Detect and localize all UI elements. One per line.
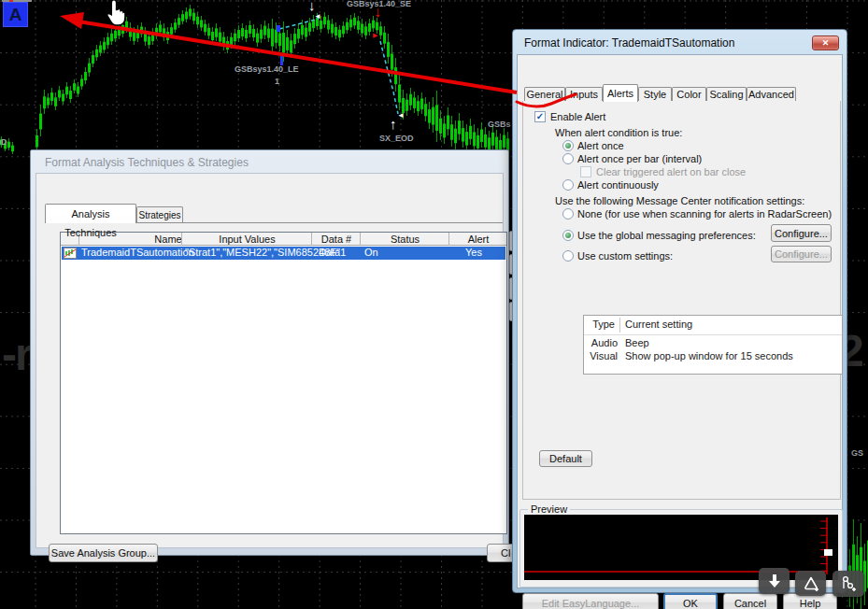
candle-body — [222, 37, 225, 47]
tab-general[interactable]: General — [524, 87, 565, 102]
app-logo[interactable]: A — [3, 2, 28, 27]
alert-once-label: Alert once — [577, 140, 624, 151]
candle-body — [110, 34, 113, 42]
global-messaging-label: Use the global messaging preferences: — [577, 230, 756, 241]
save-analysis-group-button[interactable]: Save Analysis Group... — [49, 544, 158, 562]
white-down-arrow-icon: ↓ — [308, 0, 316, 12]
candle-body — [65, 87, 68, 95]
candle-body — [260, 30, 263, 39]
enable-alert-checkbox[interactable]: ✓ — [534, 111, 546, 122]
candle-body — [148, 36, 150, 45]
candle-body — [245, 30, 248, 38]
alert-plus-icon — [803, 575, 819, 592]
candle-body — [107, 37, 109, 46]
tab-analysis-techniques[interactable]: Analysis Techniques — [45, 204, 136, 223]
close-icon[interactable]: ✕ — [812, 35, 839, 50]
white-up-arrow-icon: ↑ — [390, 117, 397, 131]
tab-color[interactable]: Color — [672, 87, 706, 102]
candle-body — [361, 24, 363, 34]
dialog-body: General Inputs Alerts Style Color Scalin… — [517, 54, 843, 588]
configure-global-button[interactable]: Configure... — [771, 224, 832, 242]
settings-visual-label: Visual — [590, 350, 618, 361]
candle-body — [454, 129, 457, 144]
candle-body — [144, 33, 147, 42]
candle-body — [47, 97, 50, 105]
candle-body — [334, 27, 337, 35]
candle-body — [226, 41, 229, 50]
default-button[interactable]: Default — [539, 450, 592, 467]
col-status: Status — [361, 234, 449, 245]
candle-body — [118, 28, 121, 36]
screen: -r 2 GSBsys1.40_SEGSBsys1.40_LE1SX_EODGS… — [0, 0, 868, 609]
check-icon: ✓ — [536, 111, 544, 121]
chart-label: 1 — [275, 77, 279, 86]
window-body: Analysis Techniques Strategies Name Inpu… — [36, 173, 504, 548]
candle-body — [435, 105, 438, 130]
app-logo-letter: A — [9, 5, 22, 24]
candle-body — [428, 109, 431, 122]
ok-button[interactable]: OK — [663, 593, 718, 609]
candle-body — [379, 26, 382, 35]
candle-body — [331, 24, 334, 34]
candle-body — [301, 25, 304, 35]
tab-scaling[interactable]: Scaling — [706, 87, 747, 102]
candle-body — [320, 21, 322, 29]
row-data-number: Data1 — [319, 247, 346, 258]
candle-body — [163, 28, 165, 37]
tab-advanced[interactable]: Advanced — [747, 87, 796, 102]
custom-settings-radio[interactable] — [562, 250, 574, 262]
none-label: None (for use when scanning for alerts i… — [577, 208, 832, 220]
candle-body — [200, 20, 203, 27]
configure-custom-button: Configure... — [771, 246, 832, 262]
candle-body — [43, 96, 46, 108]
alert-continuously-radio[interactable] — [562, 179, 574, 191]
candle-body — [174, 22, 177, 30]
global-messaging-radio[interactable] — [562, 230, 574, 241]
tab-inputs[interactable]: Inputs — [565, 87, 603, 102]
tab-alerts[interactable]: Alerts — [603, 84, 638, 102]
clear-triggered-label: Clear triggered alert on bar close — [596, 166, 746, 177]
alert-once-radio[interactable] — [562, 140, 574, 151]
candle-body — [458, 120, 461, 135]
alert-once-per-bar-radio[interactable] — [562, 153, 574, 164]
candle-body — [88, 64, 91, 73]
row-status: On — [364, 247, 378, 258]
add-indicator-button[interactable] — [832, 571, 864, 597]
preview-chart — [524, 515, 838, 580]
tab-strategies[interactable]: Strategies — [136, 206, 183, 223]
candle-body — [353, 18, 356, 26]
add-alert-button[interactable] — [795, 571, 826, 596]
candle-body — [432, 107, 434, 125]
candle-body — [133, 32, 135, 41]
candle-body — [398, 85, 401, 103]
candle-body — [383, 33, 386, 44]
candle-body — [39, 114, 42, 130]
none-radio[interactable] — [562, 208, 574, 220]
red-down-arrow-icon: ↓ — [374, 5, 381, 20]
window-edge-sliver — [2, 0, 32, 2]
candle-body — [196, 17, 199, 25]
candle-body — [308, 22, 311, 32]
table-row[interactable]: TrademaidTSautomation "Strat1","MESH22",… — [62, 247, 505, 260]
settings-visual-value: Show pop-up window for 15 seconds — [625, 350, 793, 361]
chart-watermark-left: -r — [2, 329, 31, 380]
scroll-down-button[interactable] — [759, 568, 790, 594]
candle-body — [211, 32, 214, 40]
candle-body — [166, 32, 169, 40]
candle-body — [491, 133, 494, 146]
candle-body — [219, 33, 221, 42]
candle-body — [278, 34, 281, 47]
candle-body — [181, 14, 184, 21]
candle-body — [282, 33, 285, 53]
cancel-button[interactable]: Cancel — [723, 593, 777, 609]
chart-label: SX_EOD — [379, 134, 414, 143]
candle-body — [447, 115, 449, 129]
candle-body — [77, 86, 79, 93]
candle-body — [50, 92, 53, 101]
candle-body — [151, 33, 154, 41]
candle-body — [249, 25, 251, 34]
candle-body — [368, 23, 371, 32]
candle-body — [178, 18, 180, 25]
tab-style[interactable]: Style — [638, 87, 672, 102]
alert-continuously-label: Alert continuously — [577, 179, 659, 191]
